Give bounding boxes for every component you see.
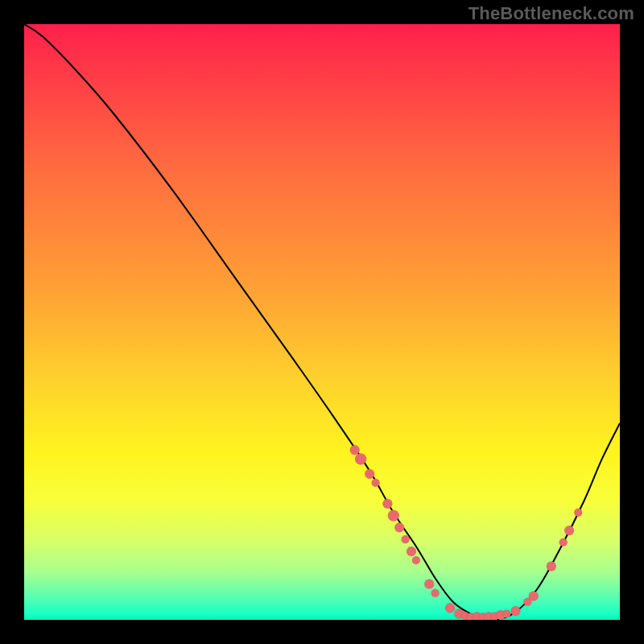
- chart-marker: [372, 479, 380, 487]
- chart-marker: [382, 499, 392, 509]
- chart-svg: [24, 24, 620, 620]
- chart-marker: [355, 453, 366, 464]
- chart-marker: [445, 603, 455, 613]
- chart-marker: [394, 522, 404, 532]
- chart-marker: [388, 510, 399, 522]
- chart-marker: [350, 445, 360, 455]
- chart-marker: [564, 526, 574, 535]
- chart-marker: [365, 469, 374, 479]
- chart-marker: [407, 547, 416, 556]
- chart-marker: [412, 556, 420, 564]
- chart-marker: [424, 580, 434, 589]
- chart-marker: [547, 561, 556, 571]
- chart-marker: [502, 610, 510, 618]
- chart-marker: [402, 535, 410, 543]
- chart-markers: [350, 445, 583, 620]
- chart-marker: [574, 509, 582, 517]
- chart-curve: [24, 24, 620, 620]
- chart-marker: [511, 606, 521, 616]
- chart-marker: [559, 539, 568, 547]
- chart-marker: [529, 591, 539, 601]
- chart-plot-area: [24, 24, 620, 620]
- watermark-text: TheBottleneck.com: [469, 3, 634, 24]
- chart-marker: [431, 589, 440, 597]
